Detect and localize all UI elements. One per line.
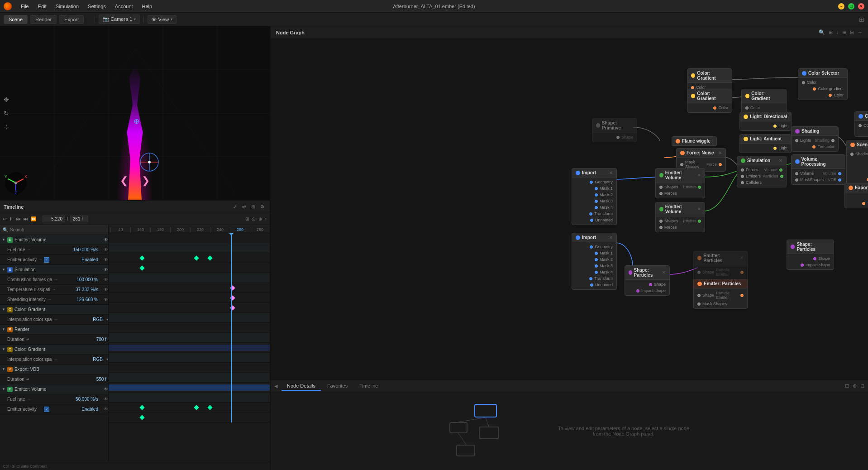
play-icon[interactable]: ⏸: [9, 216, 14, 221]
emitter-particles-close[interactable]: ✕: [740, 256, 744, 260]
playhead[interactable]: [231, 233, 232, 422]
viewport-expand-icon[interactable]: ⊞: [859, 16, 864, 23]
nav-prev-icon[interactable]: ❮: [120, 175, 128, 187]
tab-timeline[interactable]: Timeline: [354, 382, 383, 391]
nd-icon-3[interactable]: ⊟: [860, 383, 864, 389]
group-render[interactable]: ▼ R Render: [0, 325, 108, 335]
shredding-eye[interactable]: 👁: [104, 297, 108, 302]
menu-edit[interactable]: Edit: [34, 3, 50, 10]
emitter-volume-1-close[interactable]: ✕: [697, 173, 701, 177]
temperature-value[interactable]: 37.333 %/s: [76, 287, 98, 292]
simulation-close[interactable]: ✕: [779, 158, 782, 163]
group-color-gradient-1[interactable]: ▼ C Color: Gradient: [0, 305, 108, 315]
group-color-gradient-2[interactable]: ▼ C Color: Gradient: [0, 345, 108, 355]
emitter-activity-checkbox-1[interactable]: ✓: [44, 257, 49, 263]
force-noise-close[interactable]: ✕: [718, 151, 722, 155]
node-flame-wiggle[interactable]: Flame wiggle: [672, 136, 717, 146]
menu-account[interactable]: Account: [111, 3, 137, 10]
keyframe-activity-1[interactable]: [139, 265, 144, 270]
ng-icon-5[interactable]: ⊟: [850, 29, 854, 35]
close-button[interactable]: ✕: [858, 3, 864, 10]
group-emitter-volume-1[interactable]: ▼ E Emitter: Volume 👁: [0, 235, 108, 245]
ng-icon-3[interactable]: ↓: [836, 29, 839, 35]
group-emitter-volume-2[interactable]: ▼ E Emitter: Volume 👁: [0, 384, 108, 394]
shape-particles-1-close[interactable]: ✕: [662, 270, 666, 275]
node-emitter-particles-active[interactable]: Emitter: Particles Shape Particle Emitte…: [693, 279, 748, 309]
combustion-eye[interactable]: 👁: [104, 277, 108, 282]
fuel-rate-value-2[interactable]: 50.000 %/s: [76, 397, 98, 402]
import-1-close[interactable]: ✕: [609, 171, 613, 175]
tl-tool-3[interactable]: ⊕: [258, 216, 262, 221]
node-simulation[interactable]: Simulation ✕ Forces Volume Emitters Part…: [737, 156, 787, 187]
emitter-activity-checkbox-2[interactable]: ✓: [44, 407, 49, 412]
step-back-icon[interactable]: ⏮: [16, 216, 21, 221]
node-shading[interactable]: Shading Lights Shading Fire color: [791, 126, 839, 152]
node-scene[interactable]: Scene Shading Skybox Ground: [846, 140, 868, 184]
keyframe-fuel-1b[interactable]: [194, 255, 199, 260]
undo-icon[interactable]: ↩: [3, 216, 6, 221]
emitter-activity-eye-2[interactable]: 👁: [104, 407, 108, 412]
timeline-settings-icon[interactable]: ⚙: [258, 203, 266, 210]
node-light-directional[interactable]: Light: Directional Light: [739, 112, 792, 131]
node-graph-canvas[interactable]: Color: Gradient Color Color Selector: [271, 39, 868, 379]
menu-settings[interactable]: Settings: [84, 3, 110, 10]
tab-favorites[interactable]: Favorites: [322, 382, 353, 391]
maximize-button[interactable]: □: [848, 3, 854, 10]
time-input[interactable]: [43, 216, 65, 222]
tl-tool-4[interactable]: ↕: [265, 216, 267, 221]
fuel-rate-eye-1[interactable]: 👁: [104, 247, 108, 252]
node-emitter-volume-2[interactable]: Emitter: Volume ✕ Shapes Emitter Forces: [655, 202, 705, 232]
keyframe-fuel-2c[interactable]: [207, 405, 212, 410]
fast-forward-icon[interactable]: ⏩: [31, 216, 36, 221]
node-export-vdb[interactable]: Export: VDB VDB Transform: [844, 183, 868, 208]
frame-input[interactable]: [70, 216, 88, 222]
tab-node-details[interactable]: Node Details: [281, 382, 321, 391]
viewport[interactable]: ⊕ ❮ ❯ ✥ ↻: [0, 26, 270, 201]
nd-icon-2[interactable]: ⊕: [853, 383, 857, 389]
viewport-scale-icon[interactable]: ⊹: [4, 123, 9, 130]
camera-dropdown[interactable]: 📷 Camera 1: [99, 14, 140, 24]
eye-icon-1[interactable]: 👁: [104, 237, 108, 242]
eye-icon-2[interactable]: 👁: [104, 387, 108, 392]
node-shape-primitive[interactable]: Shape: Primitive Shape: [592, 118, 637, 142]
node-import-1[interactable]: Import ✕ Geometry Mask 1 Mask 2: [572, 168, 617, 225]
viewport-rotate-icon[interactable]: ↻: [4, 110, 9, 117]
interpolation-dropdown-2[interactable]: ▾: [106, 357, 108, 361]
search-input[interactable]: [10, 227, 105, 232]
timeline-sync-icon[interactable]: ⇄: [240, 203, 248, 210]
combustion-value[interactable]: 100.000 %: [76, 277, 98, 282]
tab-render[interactable]: Render: [30, 15, 57, 24]
tab-scene[interactable]: Scene: [4, 15, 28, 24]
keyframe-fuel-2a[interactable]: [139, 405, 144, 410]
import-2-close[interactable]: ✕: [609, 235, 613, 240]
timeline-expand-icon[interactable]: ⤢: [231, 203, 238, 210]
minimize-button[interactable]: −: [838, 3, 844, 10]
menu-help[interactable]: Help: [138, 3, 156, 10]
duration-vdb-value[interactable]: 550 f: [96, 377, 106, 382]
node-import-2[interactable]: Import ✕ Geometry Mask 1 Mask 2: [572, 233, 617, 290]
tl-tool-1[interactable]: ⊞: [245, 216, 249, 221]
viewport-move-icon[interactable]: ✥: [4, 96, 9, 103]
node-volume-processing[interactable]: Volume Processing Volume Volume MaskShap…: [791, 154, 845, 185]
interpolation-value-1[interactable]: RGB: [93, 317, 103, 322]
view-dropdown[interactable]: 👁 View: [148, 15, 176, 24]
node-color-gradient-2[interactable]: Color: Gradient Color: [687, 89, 732, 113]
nd-icon-1[interactable]: ⊞: [845, 383, 849, 389]
menu-simulation[interactable]: Simulation: [52, 3, 82, 10]
tab-export[interactable]: Export: [59, 15, 84, 24]
interpolation-dropdown-1[interactable]: ▾: [106, 317, 108, 321]
emitter-volume-2-close[interactable]: ✕: [697, 207, 701, 211]
sim-eye-icon[interactable]: 👁: [104, 267, 108, 272]
nd-collapse-icon[interactable]: ◀: [274, 384, 278, 388]
node-camera[interactable]: Camera Control Camera: [854, 111, 868, 137]
emitter-activity-eye-1[interactable]: 👁: [104, 257, 108, 262]
ng-icon-1[interactable]: 🔍: [819, 29, 825, 35]
keyframe-fuel-1a[interactable]: [139, 255, 144, 260]
duration-render-value[interactable]: 700 f: [96, 337, 106, 342]
node-color-selector[interactable]: Color Selector Color Color gradient Colo…: [798, 68, 848, 100]
group-export-vdb[interactable]: ▼ V Export: VDB: [0, 364, 108, 374]
node-emitter-volume-1[interactable]: Emitter: Volume ✕ Shapes Emitter Forces: [655, 168, 705, 198]
tl-tool-2[interactable]: ◎: [252, 216, 256, 221]
fuel-rate-value-1[interactable]: 150.000 %/s: [73, 247, 98, 252]
node-light-ambient[interactable]: Light: Ambient Light: [739, 134, 792, 153]
